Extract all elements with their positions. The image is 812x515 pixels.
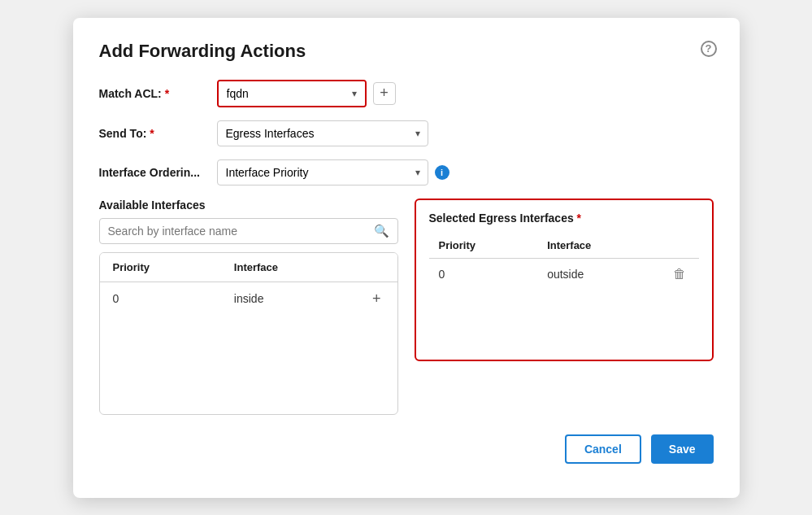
available-priority-cell: 0 bbox=[100, 282, 221, 316]
interface-ordering-label: Interface Orderin... bbox=[99, 166, 217, 179]
available-interfaces-table: Priority Interface 0 inside + bbox=[99, 252, 398, 415]
modal-title: Add Forwarding Actions bbox=[99, 41, 714, 62]
info-icon: i bbox=[435, 165, 449, 180]
selected-egress-title: Selected Egress Interfaces * bbox=[429, 212, 699, 225]
match-acl-select-wrapper: fqdn acl1 acl2 bbox=[217, 80, 367, 107]
selected-egress-panel: Selected Egress Interfaces * Priority In… bbox=[415, 199, 714, 415]
footer-row: Cancel Save bbox=[99, 434, 714, 464]
search-icon: 🔍 bbox=[374, 224, 389, 238]
match-acl-select-container: fqdn acl1 acl2 bbox=[219, 81, 365, 106]
panels-row: Available Interfaces 🔍 Priority Interfac… bbox=[99, 199, 714, 415]
available-interfaces-panel: Available Interfaces 🔍 Priority Interfac… bbox=[99, 199, 398, 415]
match-acl-group: fqdn acl1 acl2 + bbox=[217, 80, 396, 107]
selected-egress-box: Selected Egress Interfaces * Priority In… bbox=[415, 199, 714, 361]
available-interface-row: 0 inside + bbox=[100, 282, 397, 316]
add-acl-button[interactable]: + bbox=[373, 82, 396, 105]
match-acl-row: Match ACL: * fqdn acl1 acl2 + bbox=[99, 80, 714, 107]
selected-egress-row: 0 outside 🗑 bbox=[429, 258, 699, 290]
add-interface-row-button[interactable]: + bbox=[369, 290, 384, 308]
available-interface-col-header: Interface bbox=[221, 253, 356, 282]
available-priority-col-header: Priority bbox=[100, 253, 221, 282]
available-interface-cell: inside bbox=[221, 282, 356, 316]
selected-egress-table: Priority Interface 0 outside 🗑 bbox=[429, 233, 699, 290]
send-to-row: Send To: * Egress Interfaces Interface N… bbox=[99, 120, 714, 146]
available-interfaces-title: Available Interfaces bbox=[99, 199, 398, 212]
delete-egress-interface-button[interactable]: 🗑 bbox=[670, 267, 689, 282]
send-to-select[interactable]: Egress Interfaces Interface Next-hop bbox=[217, 120, 428, 146]
help-icon[interactable]: ? bbox=[701, 41, 717, 57]
match-acl-select[interactable]: fqdn acl1 acl2 bbox=[219, 81, 365, 106]
selected-priority-col-header: Priority bbox=[429, 233, 538, 259]
selected-interface-col-header: Interface bbox=[537, 233, 659, 259]
interface-ordering-select-container: Interface Priority Round Robin bbox=[217, 159, 428, 185]
send-to-label: Send To: * bbox=[99, 127, 217, 140]
interface-ordering-row: Interface Orderin... Interface Priority … bbox=[99, 159, 714, 185]
selected-interface-cell: outside bbox=[537, 258, 659, 290]
cancel-button[interactable]: Cancel bbox=[565, 434, 641, 464]
send-to-select-container: Egress Interfaces Interface Next-hop bbox=[217, 120, 428, 146]
selected-priority-cell: 0 bbox=[429, 258, 538, 290]
match-acl-label: Match ACL: * bbox=[99, 87, 217, 100]
interface-ordering-select[interactable]: Interface Priority Round Robin bbox=[217, 159, 428, 185]
search-input[interactable] bbox=[108, 225, 374, 238]
search-bar: 🔍 bbox=[99, 218, 398, 244]
add-forwarding-actions-modal: ? Add Forwarding Actions Match ACL: * fq… bbox=[73, 18, 740, 498]
save-button[interactable]: Save bbox=[651, 434, 714, 464]
